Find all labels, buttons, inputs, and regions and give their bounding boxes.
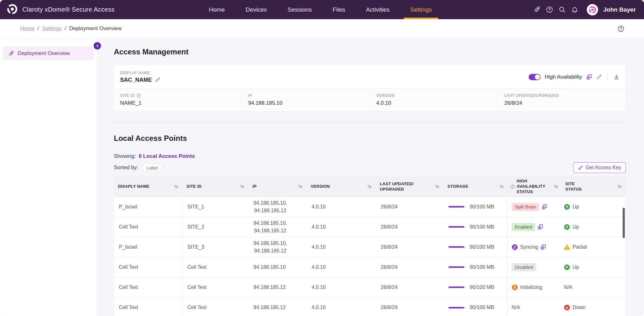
storage-label: 90/100 MB xyxy=(470,224,494,230)
cell-text: SITE_3 xyxy=(187,244,204,250)
table-row[interactable]: Cell TextCell Text94.188.185.124.0.1026/… xyxy=(114,277,626,297)
info-icon xyxy=(510,185,515,189)
filter-sort-icon[interactable] xyxy=(174,184,178,189)
sidebar-collapse-button[interactable] xyxy=(94,42,101,49)
cell-text: 26/8/24 xyxy=(381,305,397,310)
sidebar-item-deployment-overview[interactable]: Deployment Overview xyxy=(3,47,94,60)
rocket-icon[interactable] xyxy=(533,6,541,13)
cell-site-status: N/A xyxy=(561,277,626,297)
nav-item-label: Settings xyxy=(410,6,432,13)
table-row[interactable]: Cell TextCell Text94.188.185.124.0.1026/… xyxy=(114,297,626,316)
table-row[interactable]: Cell TextSITE_294.188.185.10,94.188.185.… xyxy=(114,217,626,237)
bell-icon[interactable] xyxy=(571,6,578,13)
open-in-window-icon[interactable] xyxy=(541,204,547,210)
cell-text: 4.0.10 xyxy=(312,244,325,250)
site-status-up-icon xyxy=(564,204,570,210)
field-label: LAST UPDATED/UPGRADED xyxy=(504,93,619,98)
high-availability-toggle[interactable] xyxy=(529,74,541,80)
cell-text: 26/8/24 xyxy=(381,285,397,290)
app-window: Claroty xDome® Secure Access HomeDevices… xyxy=(0,0,644,316)
cell-text: P_Israel xyxy=(119,244,137,250)
cell-site-id: SITE_1 xyxy=(182,197,248,217)
edit-display-name-pencil-icon[interactable] xyxy=(155,77,160,83)
ip-address: 94.188.185.12 xyxy=(253,284,286,291)
storage-progress-bar xyxy=(448,266,466,268)
column-header-site_id: SITE ID xyxy=(182,177,248,197)
filter-sort-icon[interactable] xyxy=(435,184,439,189)
breadcrumb-link-settings[interactable]: Settings xyxy=(42,25,61,32)
table-body: P_IsraelSITE_194.188.185.10,94.188.185.1… xyxy=(114,197,626,316)
filter-sort-icon[interactable] xyxy=(553,184,558,189)
column-header-display_name: DISAPLY NAME xyxy=(114,177,182,197)
open-in-window-icon[interactable] xyxy=(537,224,543,230)
cell-text: Cell Text xyxy=(187,285,207,290)
nav-item-home[interactable]: Home xyxy=(209,0,225,19)
nav-item-settings[interactable]: Settings xyxy=(410,0,432,19)
nav-item-sessions[interactable]: Sessions xyxy=(288,0,312,19)
storage-progress-bar xyxy=(448,246,466,248)
filter-sort-icon[interactable] xyxy=(617,184,622,189)
cell-display-name: P_Israel xyxy=(114,237,182,257)
field-label-text: IP xyxy=(248,93,252,98)
site-status-label: Partial xyxy=(573,244,587,250)
table-row[interactable]: P_IsraelSITE_194.188.185.10,94.188.185.1… xyxy=(114,197,626,217)
column-header-label: IP xyxy=(253,184,257,189)
cell-site-id: Cell Text xyxy=(182,297,248,316)
nav-item-activities[interactable]: Activities xyxy=(366,0,390,19)
display-name-value: SAC_NAME xyxy=(120,77,152,83)
table-row[interactable]: P_IsraelSITE_394.188.185.10,94.188.185.1… xyxy=(114,237,626,257)
get-access-key-button[interactable]: Get Access Key xyxy=(573,162,626,173)
column-header-ha_status: HIGHAVAILABILITYSTATUS xyxy=(508,177,561,197)
storage-label: 90/100 MB xyxy=(470,264,494,270)
ha-status-badge: Enabled xyxy=(512,223,535,231)
open-in-window-icon[interactable] xyxy=(540,244,546,250)
cell-text: 4.0.10 xyxy=(312,305,325,310)
table-scrollbar[interactable] xyxy=(623,208,625,238)
help-icon[interactable] xyxy=(546,6,553,13)
top-nav: Claroty xDome® Secure Access HomeDevices… xyxy=(0,0,644,19)
cell-ip: 94.188.185.10,94.188.185.12 xyxy=(248,197,307,217)
cell-version: 4.0.10 xyxy=(307,237,376,257)
ip-line: 94.188.185.12 xyxy=(253,227,287,235)
download-icon[interactable] xyxy=(613,74,619,80)
column-header-storage: STORAGE xyxy=(443,177,508,197)
nav-item-files[interactable]: Files xyxy=(333,0,345,19)
avatar[interactable] xyxy=(587,4,598,15)
cell-text: Cell Text xyxy=(119,285,138,290)
open-in-window-icon[interactable] xyxy=(586,74,592,80)
sort-chip-label[interactable]: Label xyxy=(142,164,163,172)
edit-pencil-icon[interactable] xyxy=(596,74,602,80)
cell-display-name: Cell Text xyxy=(114,297,182,316)
cell-site-status: Partial xyxy=(561,237,626,257)
ip-line: 94.188.185.12 xyxy=(253,284,286,291)
filter-sort-icon[interactable] xyxy=(240,184,244,189)
sorted-by-label: Sorted by: xyxy=(114,164,138,171)
cell-ha-status: Enabled xyxy=(508,217,561,237)
cell-ha-status: Syncing xyxy=(508,237,561,257)
showing-count-link[interactable]: 6 Local Access Points xyxy=(139,153,195,159)
cell-display-name: Cell Text xyxy=(114,257,182,277)
cell-last-updated: 26/8/24 xyxy=(376,277,443,297)
nav-item-devices[interactable]: Devices xyxy=(246,0,267,19)
filter-sort-icon[interactable] xyxy=(298,184,303,189)
nav-right: John Bayer xyxy=(533,4,636,15)
cell-ip: 94.188.185.12 xyxy=(248,277,307,297)
breadcrumb-link-home[interactable]: Home xyxy=(20,25,34,32)
search-icon[interactable] xyxy=(558,6,566,13)
field-label-text: VERSION xyxy=(376,93,395,98)
filter-sort-icon[interactable] xyxy=(499,184,504,189)
cell-display-name: P_Israel xyxy=(114,197,182,217)
cell-ip: 94.188.185.10 xyxy=(248,257,307,277)
storage-progress-fill xyxy=(448,246,464,248)
cell-site-id: Cell Text xyxy=(182,257,248,277)
cell-version: 4.0.10 xyxy=(307,297,376,316)
table-row[interactable]: Cell TextCell Text94.188.185.104.0.1026/… xyxy=(114,257,626,277)
cell-version: 4.0.10 xyxy=(307,197,376,217)
help-icon[interactable] xyxy=(617,25,625,32)
filter-sort-icon[interactable] xyxy=(367,184,372,189)
cell-text: 26/8/24 xyxy=(381,224,397,230)
ha-status-label: Syncing xyxy=(520,244,538,250)
ip-address: 94.188.185.10,94.188.185.12 xyxy=(253,199,287,214)
ha-status-badge: Disabled xyxy=(512,263,536,271)
site-status-down-icon xyxy=(564,304,570,311)
